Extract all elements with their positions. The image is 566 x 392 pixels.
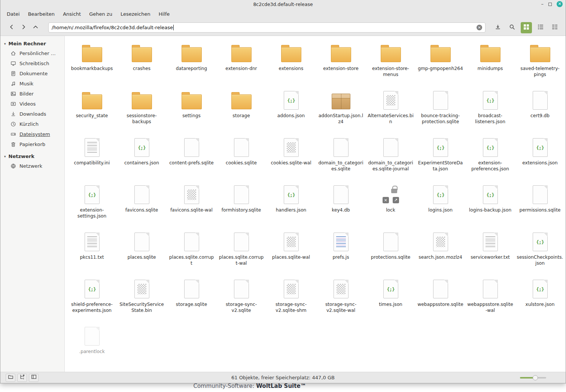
list-view-button[interactable] <box>535 22 546 33</box>
file-item[interactable]: sessionstore-backups <box>117 88 166 135</box>
menu-hilfe[interactable]: Hilfe <box>155 10 174 18</box>
file-item[interactable]: cookies.sqlite <box>217 135 266 182</box>
file-item[interactable]: serviceworker.txt <box>466 229 515 276</box>
file-item[interactable]: {;}sessionCheckpoints.json <box>515 229 565 276</box>
sidebar-item-downloads[interactable]: Downloads <box>0 109 64 119</box>
file-item[interactable]: {;}extension-preferences.json <box>466 135 515 182</box>
clear-location-icon[interactable]: ✕ <box>477 25 482 30</box>
zoom-track[interactable] <box>520 377 546 379</box>
zoom-slider[interactable] <box>520 377 546 379</box>
file-item[interactable]: extension-store <box>316 40 365 88</box>
toggle-sidebar-button[interactable] <box>29 374 39 382</box>
sidebar-item-dokumente[interactable]: Dokumente <box>0 69 64 79</box>
file-item[interactable]: webappsstore.sqlite-wal <box>466 276 515 323</box>
file-item[interactable]: storage.sqlite <box>167 276 216 323</box>
file-item[interactable]: protections.sqlite <box>366 229 415 276</box>
file-item[interactable]: storage-sync-v2.sqlite-wal <box>316 276 365 323</box>
file-item[interactable]: datareporting <box>167 40 216 88</box>
sidebar-item-papierkorb[interactable]: Papierkorb <box>0 139 64 149</box>
file-item[interactable]: {;}shield-preference-experiments.json <box>67 276 116 323</box>
file-item[interactable]: {;}ExperimentStoreData.json <box>416 135 465 182</box>
file-item[interactable]: {;}broadcast-listeners.json <box>466 88 515 135</box>
menu-datei[interactable]: Datei <box>3 10 24 18</box>
file-item[interactable]: prefs.js <box>316 229 365 276</box>
up-button[interactable] <box>30 22 42 33</box>
sidebar-item-k-rzlich[interactable]: Kürzlich <box>0 119 64 129</box>
file-item[interactable]: {;}addons.json <box>267 88 316 135</box>
compact-view-button[interactable] <box>549 22 560 33</box>
file-item[interactable]: {;}xulstore.json <box>515 276 565 323</box>
toggle-location-entry-button[interactable] <box>492 22 503 33</box>
file-item[interactable]: cookies.sqlite-wal <box>267 135 316 182</box>
file-item[interactable]: {;}extension-settings.json <box>67 182 116 229</box>
file-item[interactable]: webappsstore.sqlite <box>416 276 465 323</box>
file-item[interactable]: .parentlock <box>67 323 116 371</box>
file-item[interactable]: settings <box>167 88 216 135</box>
sidebar-item-pers-nlicher[interactable]: Persönlicher … <box>0 48 64 58</box>
minimize-button[interactable]: – <box>541 2 544 6</box>
maximize-button[interactable] <box>548 3 552 6</box>
file-item[interactable]: key4.db <box>316 182 365 229</box>
file-item[interactable]: minidumps <box>466 40 515 88</box>
show-places-button[interactable] <box>6 374 15 382</box>
file-grid[interactable]: bookmarkbackupscrashesdatareportingexten… <box>65 36 566 372</box>
file-item[interactable]: extension-dnr <box>217 40 266 88</box>
file-item[interactable]: bookmarkbackups <box>67 40 116 88</box>
file-item[interactable]: domain_to_categories.sqlite <box>316 135 365 182</box>
file-item[interactable]: SiteSecurityServiceState.bin <box>117 276 166 323</box>
menu-ansicht[interactable]: Ansicht <box>59 10 85 18</box>
sidebar-item-bilder[interactable]: Bilder <box>0 89 64 99</box>
search-button[interactable] <box>506 22 518 33</box>
file-item[interactable]: {;}times.json <box>366 276 415 323</box>
file-item[interactable]: addonStartup.json.lz4 <box>316 88 365 135</box>
file-item[interactable]: saved-telemetry-pings <box>515 40 565 88</box>
sidebar-item-videos[interactable]: Videos <box>0 99 64 109</box>
file-item[interactable]: gmp-gmpopenh264 <box>416 40 465 88</box>
file-item[interactable]: extensions <box>267 40 316 88</box>
file-item[interactable]: places.sqlite.corrupt-wal <box>217 229 266 276</box>
file-item[interactable]: formhistory.sqlite <box>217 182 266 229</box>
file-item[interactable]: storage-sync-v2.sqlite <box>217 276 266 323</box>
file-item[interactable]: places.sqlite <box>117 229 166 276</box>
file-item[interactable]: search.json.mozlz4 <box>416 229 465 276</box>
expander-triangle-icon[interactable]: ▾ <box>4 42 6 46</box>
menu-lesezeichen[interactable]: Lesezeichen <box>116 10 155 18</box>
file-item[interactable]: favicons.sqlite-wal <box>167 182 216 229</box>
file-item[interactable]: places.sqlite.corrupt <box>167 229 216 276</box>
file-item[interactable]: AlternateServices.bin <box>366 88 415 135</box>
file-item[interactable]: cert9.db <box>515 88 565 135</box>
expander-triangle-icon[interactable]: ▾ <box>4 155 6 158</box>
menu-bearbeiten[interactable]: Bearbeiten <box>24 10 59 18</box>
sidebar-item-netzwerk[interactable]: Netzwerk <box>0 161 64 171</box>
sidebar-item-schreibtisch[interactable]: Schreibtisch <box>0 58 64 69</box>
sidebar-item-dateisystem[interactable]: Dateisystem <box>0 129 64 139</box>
sidebar-section-mein-rechner[interactable]: ▾Mein Rechner <box>0 39 64 48</box>
file-item[interactable]: compatibility.ini <box>67 135 116 182</box>
file-item[interactable]: pkcs11.txt <box>67 229 116 276</box>
location-bar[interactable]: /home/n/.mozilla/firefox/8c2cde3d.defaul… <box>48 22 486 33</box>
file-item[interactable]: {;}extensions.json <box>515 135 565 182</box>
file-item[interactable]: {;}logins.json <box>416 182 465 229</box>
file-item[interactable]: extension-store-menus <box>366 40 415 88</box>
file-item[interactable]: {;}logins-backup.json <box>466 182 515 229</box>
menu-gehen-zu[interactable]: Gehen zu <box>85 10 116 18</box>
file-item[interactable]: storage <box>217 88 266 135</box>
zoom-thumb[interactable] <box>533 375 538 380</box>
show-treeview-button[interactable] <box>17 374 27 382</box>
back-button[interactable] <box>6 22 18 33</box>
close-button[interactable]: ✕ <box>557 1 563 7</box>
sidebar-section-netzwerk[interactable]: ▾Netzwerk <box>0 152 64 161</box>
file-item[interactable]: permissions.sqlite <box>515 182 565 229</box>
file-item[interactable]: places.sqlite-wal <box>267 229 316 276</box>
file-item[interactable]: {;}containers.json <box>117 135 166 182</box>
forward-button[interactable] <box>18 22 30 33</box>
titlebar[interactable]: 8c2cde3d.default-release – ✕ <box>0 0 566 8</box>
icon-view-button[interactable] <box>521 22 532 33</box>
sidebar-item-musik[interactable]: Musik <box>0 79 64 89</box>
file-item[interactable]: content-prefs.sqlite <box>167 135 216 182</box>
file-item[interactable]: crashes <box>117 40 166 88</box>
file-item[interactable]: favicons.sqlite <box>117 182 166 229</box>
file-item[interactable]: bounce-tracking-protection.sqlite <box>416 88 465 135</box>
file-item[interactable]: storage-sync-v2.sqlite-shm <box>267 276 316 323</box>
file-item[interactable]: domain_to_categories.sqlite-journal <box>366 135 415 182</box>
